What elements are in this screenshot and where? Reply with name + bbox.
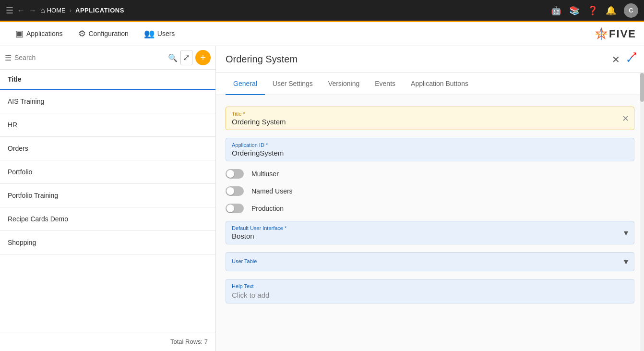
menu-icon[interactable]: ☰	[6, 5, 13, 16]
panel-header: Ordering System ✕ ✓ ↗	[216, 46, 644, 73]
users-nav-icon: 👥	[144, 28, 155, 39]
title-form-group: Title * ✕	[226, 107, 634, 130]
avatar[interactable]: C	[624, 3, 638, 18]
expand-icon[interactable]: ⤢	[180, 50, 192, 65]
form-content: Title * ✕ Application ID * Multiuser	[216, 95, 644, 351]
named-users-row: Named Users	[226, 186, 634, 196]
list-item[interactable]: AIS Training	[0, 90, 215, 113]
user-table-label: User Table	[232, 258, 624, 264]
tab-application-buttons[interactable]: Application Buttons	[403, 73, 476, 95]
forward-icon[interactable]: →	[29, 6, 36, 15]
left-panel: ☰ 🔍 ⤢ + Title AIS Training HR Orders Por…	[0, 46, 216, 351]
robot-icon[interactable]: 🤖	[551, 5, 561, 16]
title-input[interactable]	[232, 118, 628, 126]
secondary-nav-items: ▣ Applications ⚙ Configuration 👥 Users	[8, 22, 595, 46]
five-logo-text: FIVE	[609, 28, 636, 40]
top-bar-right: 🤖 📚 ❓ 🔔 C	[551, 3, 638, 18]
scrollbar-thumb[interactable]	[640, 73, 644, 102]
add-application-button[interactable]: +	[195, 50, 211, 65]
named-users-label: Named Users	[251, 187, 293, 195]
list-item[interactable]: HR	[0, 113, 215, 137]
default-ui-label: Default User Interface *	[232, 225, 624, 231]
search-magnify-icon[interactable]: 🔍	[168, 53, 178, 62]
title-field-container: Title * ✕	[226, 107, 634, 130]
applications-nav-icon: ▣	[15, 28, 24, 39]
sidebar-item-users[interactable]: 👥 Users	[136, 22, 183, 46]
production-toggle[interactable]	[226, 204, 244, 213]
secondary-nav: ▣ Applications ⚙ Configuration 👥 Users F…	[0, 22, 644, 46]
books-icon[interactable]: 📚	[569, 5, 580, 16]
production-row: Production	[226, 204, 634, 213]
tab-events[interactable]: Events	[367, 73, 403, 95]
search-bar: ☰ 🔍 ⤢ +	[0, 46, 215, 70]
list-item[interactable]: Portfolio	[0, 160, 215, 184]
multiuser-label: Multiuser	[251, 170, 279, 178]
default-ui-chevron-icon[interactable]: ▾	[624, 228, 628, 238]
title-field-label: Title *	[232, 111, 628, 117]
panel-title: Ordering System	[226, 54, 612, 65]
back-icon[interactable]: ←	[17, 6, 25, 15]
scrollbar[interactable]	[640, 73, 644, 351]
search-input[interactable]	[14, 54, 165, 61]
tab-general[interactable]: General	[226, 73, 265, 95]
sidebar-item-configuration[interactable]: ⚙ Configuration	[71, 22, 136, 46]
filter-icon[interactable]: ☰	[5, 53, 12, 62]
list-item[interactable]: Shopping	[0, 231, 215, 254]
default-ui-value: Boston	[232, 232, 624, 240]
list-header: Title	[0, 70, 215, 90]
list-item[interactable]: Recipe Cards Demo	[0, 207, 215, 231]
production-label: Production	[251, 205, 284, 212]
five-logo: FIVE	[595, 27, 636, 41]
home-label: HOME	[47, 7, 66, 14]
named-users-toggle[interactable]	[226, 186, 244, 196]
user-table-inner: User Table	[232, 258, 624, 265]
notification-bell-icon[interactable]: 🔔	[606, 5, 616, 16]
configuration-nav-label: Configuration	[89, 30, 129, 37]
user-table-field-container: User Table ▾	[226, 252, 634, 271]
top-bar: ☰ ← → ⌂ HOME › APPLICATIONS 🤖 📚 ❓ 🔔 C	[0, 0, 644, 22]
tabs-bar: General User Settings Versioning Events …	[216, 73, 644, 95]
list-item[interactable]: Portfolio Training	[0, 184, 215, 207]
five-logo-star-icon	[595, 27, 608, 41]
panel-save-button[interactable]: ✓ ↗	[626, 53, 634, 66]
help-text-label: Help Text	[232, 283, 628, 289]
sidebar-item-applications[interactable]: ▣ Applications	[8, 22, 71, 46]
app-id-field-container: Application ID *	[226, 138, 634, 161]
multiuser-row: Multiuser	[226, 169, 634, 179]
title-clear-button[interactable]: ✕	[622, 113, 629, 124]
search-input-wrapper	[14, 54, 165, 61]
help-icon[interactable]: ❓	[587, 5, 598, 16]
home-icon: ⌂	[40, 6, 45, 15]
panel-close-button[interactable]: ✕	[612, 54, 620, 65]
app-id-form-group: Application ID *	[226, 138, 634, 161]
user-table-chevron-icon[interactable]: ▾	[624, 256, 628, 267]
right-panel: Ordering System ✕ ✓ ↗ General User Setti…	[216, 46, 644, 351]
default-ui-field-container: Default User Interface * Boston ▾	[226, 221, 634, 244]
app-id-field-label: Application ID *	[232, 142, 628, 148]
tab-versioning[interactable]: Versioning	[321, 73, 367, 95]
configuration-nav-icon: ⚙	[78, 28, 86, 39]
app-id-input[interactable]	[232, 149, 628, 157]
main-content: ☰ 🔍 ⤢ + Title AIS Training HR Orders Por…	[0, 46, 644, 351]
tab-user-settings[interactable]: User Settings	[265, 73, 321, 95]
multiuser-toggle[interactable]	[226, 169, 244, 179]
list-item[interactable]: Orders	[0, 137, 215, 160]
nav-home[interactable]: ⌂ HOME	[40, 6, 66, 15]
list-items: AIS Training HR Orders Portfolio Portfol…	[0, 90, 215, 332]
help-text-field-container[interactable]: Help Text Click to add	[226, 279, 634, 303]
applications-breadcrumb: APPLICATIONS	[75, 7, 124, 14]
breadcrumb-sep: ›	[70, 7, 72, 14]
users-nav-label: Users	[157, 30, 175, 37]
list-footer: Total Rows: 7	[0, 332, 215, 351]
help-text-value[interactable]: Click to add	[232, 291, 628, 299]
default-ui-inner: Default User Interface * Boston	[232, 225, 624, 240]
top-bar-left: ☰ ← → ⌂ HOME › APPLICATIONS	[6, 5, 551, 16]
applications-nav-label: Applications	[26, 30, 63, 37]
